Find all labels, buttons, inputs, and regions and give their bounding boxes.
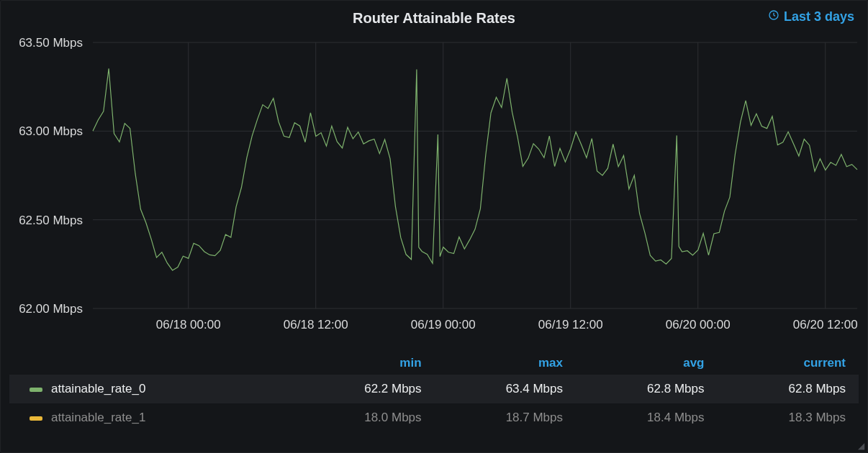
legend-header-avg[interactable]: avg	[576, 352, 717, 375]
svg-text:63.50 Mbps: 63.50 Mbps	[19, 36, 83, 50]
chart-plot-area[interactable]: 62.00 Mbps62.50 Mbps63.00 Mbps63.50 Mbps…	[1, 35, 867, 344]
svg-text:62.50 Mbps: 62.50 Mbps	[19, 214, 83, 227]
svg-text:06/20 12:00: 06/20 12:00	[793, 318, 858, 331]
legend-row[interactable]: attainable_rate_0 62.2 Mbps 63.4 Mbps 62…	[9, 375, 859, 403]
time-range-picker[interactable]: Last 3 days	[768, 9, 854, 24]
legend-header-current[interactable]: current	[718, 352, 859, 375]
svg-text:06/19 00:00: 06/19 00:00	[411, 318, 476, 331]
legend-current-value: 18.3 Mbps	[718, 403, 859, 432]
svg-text:06/19 12:00: 06/19 12:00	[538, 318, 603, 331]
legend-swatch	[30, 416, 42, 421]
legend-avg-value: 18.4 Mbps	[576, 403, 717, 432]
legend-swatch	[30, 388, 42, 392]
chart-panel: Router Attainable Rates Last 3 days 62.0…	[0, 0, 868, 453]
svg-text:06/20 00:00: 06/20 00:00	[666, 318, 731, 331]
chart-legend: min max avg current attainable_rate_0 62…	[9, 352, 859, 432]
legend-min-value: 18.0 Mbps	[293, 403, 434, 432]
legend-max-value: 18.7 Mbps	[435, 403, 576, 432]
legend-row[interactable]: attainable_rate_1 18.0 Mbps 18.7 Mbps 18…	[9, 403, 859, 432]
legend-series-name: attainable_rate_0	[51, 382, 145, 395]
legend-current-value: 62.8 Mbps	[718, 375, 859, 403]
legend-max-value: 63.4 Mbps	[435, 375, 576, 403]
resize-handle-icon[interactable]: ◢	[858, 441, 864, 451]
legend-header-max[interactable]: max	[435, 352, 576, 375]
svg-text:62.00 Mbps: 62.00 Mbps	[19, 302, 83, 316]
legend-min-value: 62.2 Mbps	[293, 375, 434, 403]
svg-text:06/18 00:00: 06/18 00:00	[156, 318, 221, 331]
time-range-label: Last 3 days	[784, 9, 854, 24]
legend-series-name: attainable_rate_1	[51, 411, 145, 424]
legend-header-min[interactable]: min	[293, 352, 434, 375]
legend-avg-value: 62.8 Mbps	[576, 375, 717, 403]
svg-text:06/18 12:00: 06/18 12:00	[284, 318, 348, 331]
clock-icon	[768, 9, 779, 24]
panel-title: Router Attainable Rates	[353, 10, 515, 27]
panel-header: Router Attainable Rates Last 3 days	[1, 1, 867, 35]
legend-header-row: min max avg current	[9, 352, 859, 375]
svg-text:63.00 Mbps: 63.00 Mbps	[19, 124, 83, 138]
